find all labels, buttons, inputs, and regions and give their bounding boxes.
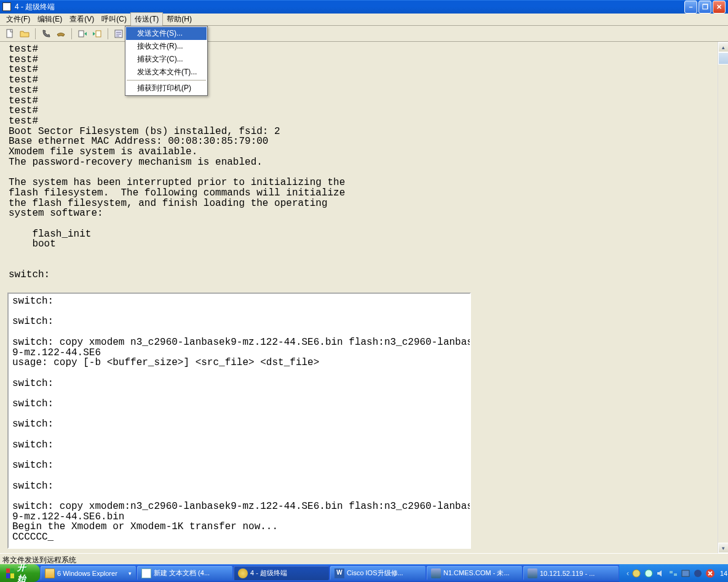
window-title: 4 - 超级终端 (15, 2, 684, 12)
app-icon (2, 2, 11, 11)
terminal-area: test# test# test# test# test# test# test… (0, 42, 728, 553)
folder-icon (45, 568, 55, 578)
transfer-dropdown: 发送文件(S)... 接收文件(R)... 捕获文字(C)... 发送文本文件(… (125, 26, 208, 96)
taskbar-item-label: 6 Windows Explorer (57, 570, 117, 577)
textfile-icon (141, 568, 151, 578)
svg-rect-9 (670, 571, 673, 573)
dropdown-separator (127, 80, 206, 81)
taskbar-item-word[interactable]: W Cisco IOS升级修... (330, 566, 425, 580)
taskbar-item-rdp2[interactable]: 10.121.52.119 - ... (523, 566, 619, 580)
new-file-icon (5, 29, 15, 39)
taskbar-item-label: N1.CMES.COM - 未... (443, 568, 510, 578)
open-folder-icon (20, 29, 30, 39)
taskbar-item-label: 4 - 超级终端 (250, 568, 287, 578)
chevron-down-icon: ▾ (129, 570, 132, 576)
tray-shield-icon[interactable] (705, 568, 715, 578)
svg-rect-0 (7, 29, 12, 37)
toolbar (0, 26, 728, 42)
toolbar-separator (35, 28, 36, 39)
taskbar-item-notepad[interactable]: 新建 文本文档 (4... (137, 566, 232, 580)
menubar: 文件(F) 编辑(E) 查看(V) 呼叫(C) 传送(T) 帮助(H) (0, 14, 728, 26)
menu-help[interactable]: 帮助(H) (163, 13, 196, 26)
menu-send-text-file[interactable]: 发送文本文件(T)... (126, 66, 207, 79)
svg-point-12 (694, 570, 702, 577)
word-icon: W (334, 568, 344, 578)
terminal-output-lower: switch: switch: switch: copy xmodem n3_c… (9, 294, 470, 545)
tray-icon[interactable] (693, 568, 703, 578)
titlebar: 4 - 超级终端 – ❐ ✕ (0, 0, 728, 14)
svg-point-7 (633, 570, 640, 577)
menu-send-file[interactable]: 发送文件(S)... (126, 27, 207, 40)
toolbar-send-button[interactable] (76, 28, 89, 40)
scroll-thumb[interactable] (718, 52, 728, 65)
toolbar-new-button[interactable] (4, 28, 16, 40)
hyperterminal-icon (238, 568, 248, 578)
svg-rect-4 (116, 32, 121, 33)
window-controls: – ❐ ✕ (684, 1, 726, 14)
svg-rect-5 (116, 34, 121, 34)
tray-icon[interactable] (644, 568, 654, 578)
rdp-icon (431, 568, 441, 578)
receive-file-icon (92, 29, 102, 39)
toolbar-disconnect-button[interactable] (55, 28, 67, 40)
tray-expand-icon[interactable]: ‹ (627, 569, 629, 578)
menu-transfer[interactable]: 传送(T) (130, 12, 163, 26)
tray-icon[interactable] (631, 568, 641, 578)
svg-rect-6 (116, 36, 119, 36)
svg-rect-11 (682, 570, 689, 576)
tray-icon[interactable] (681, 568, 690, 578)
menu-receive-file[interactable]: 接收文件(R)... (126, 40, 207, 53)
system-tray: ‹ 14:30 (619, 564, 728, 582)
toolbar-properties-button[interactable] (113, 28, 125, 40)
statusbar: 将文件发送到远程系统 (0, 553, 728, 564)
scroll-down-button[interactable]: ▾ (718, 543, 728, 553)
menu-capture-text[interactable]: 捕获文字(C)... (126, 53, 207, 66)
send-file-icon (77, 29, 87, 39)
toolbar-separator (108, 28, 108, 39)
properties-icon (114, 29, 124, 39)
taskbar-item-label: 10.121.52.119 - ... (540, 570, 595, 577)
menu-file[interactable]: 文件(F) (2, 13, 34, 26)
tray-network-icon[interactable] (668, 568, 678, 578)
start-label: 开始 (17, 564, 29, 582)
menu-edit[interactable]: 编辑(E) (34, 13, 66, 26)
tray-volume-icon[interactable] (656, 568, 666, 578)
phone-hangup-icon (56, 29, 66, 39)
svg-rect-2 (96, 31, 101, 37)
maximize-button[interactable]: ❐ (698, 1, 711, 14)
toolbar-connect-button[interactable] (40, 28, 52, 40)
taskbar-item-label: Cisco IOS升级修... (347, 568, 403, 578)
menu-call[interactable]: 呼叫(C) (98, 13, 130, 26)
taskbar-item-hyperterminal[interactable]: 4 - 超级终端 (234, 566, 329, 580)
taskbar-item-explorer[interactable]: 6 Windows Explorer ▾ (41, 566, 136, 580)
terminal-input-frame[interactable]: switch: switch: switch: copy xmodem n3_c… (7, 293, 471, 549)
windows-flag-icon (6, 568, 14, 578)
vertical-scrollbar[interactable]: ▴ ▾ (718, 42, 728, 553)
status-text: 将文件发送到远程系统 (2, 556, 76, 564)
menu-capture-printer[interactable]: 捕获到打印机(P) (126, 82, 207, 95)
terminal-output-upper: test# test# test# test# test# test# test… (0, 42, 728, 283)
menu-view[interactable]: 查看(V) (66, 13, 98, 26)
scroll-up-button[interactable]: ▴ (718, 42, 728, 52)
taskbar-item-label: 新建 文本文档 (4... (154, 568, 210, 578)
toolbar-open-button[interactable] (18, 28, 31, 40)
toolbar-receive-button[interactable] (91, 28, 103, 40)
taskbar-item-rdp1[interactable]: N1.CMES.COM - 未... (427, 566, 522, 580)
toolbar-separator (71, 28, 72, 39)
minimize-button[interactable]: – (684, 1, 697, 14)
taskbar-clock[interactable]: 14:30 (720, 570, 728, 577)
start-button[interactable]: 开始 (0, 564, 40, 582)
rdp-icon (528, 568, 537, 578)
taskbar: 开始 6 Windows Explorer ▾ 新建 文本文档 (4... 4 … (0, 564, 728, 582)
close-button[interactable]: ✕ (713, 1, 726, 14)
phone-icon (41, 29, 51, 39)
svg-rect-10 (674, 573, 677, 576)
svg-point-8 (645, 570, 652, 577)
svg-rect-1 (79, 31, 84, 37)
